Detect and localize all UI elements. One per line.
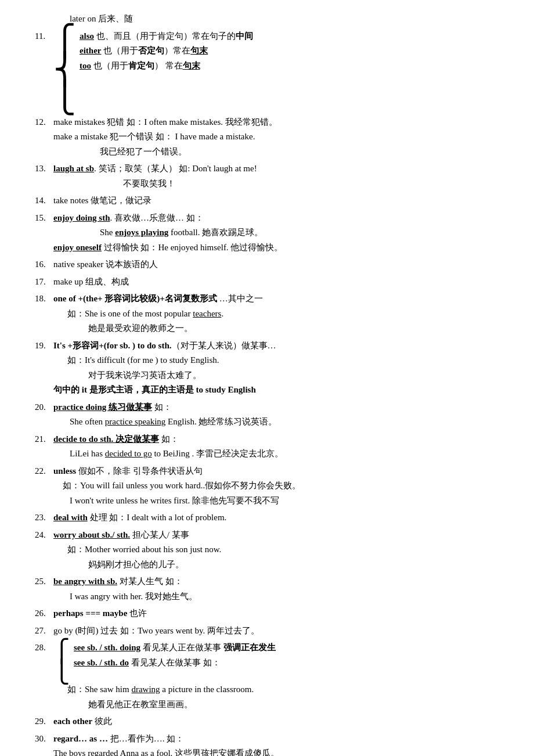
main-content: later on 后来、随 11. ⎧⎨⎩ also 也、而且（用于肯定句）常在… — [35, 12, 511, 756]
item-number: 14. — [35, 193, 53, 208]
item-number: 22. — [35, 464, 53, 479]
item-number: 17. — [35, 275, 53, 290]
list-item: 19. It's +形容词+(for sb. ) to do sth.（对于某人… — [35, 339, 511, 398]
item-content: perhaps === maybe 也许 — [53, 606, 147, 621]
list-item: 30. regard… as … 把…看作为…. 如： The boys reg… — [35, 732, 511, 756]
list-item: 27. go by (时间) 过去 如：Two years went by. 两… — [35, 624, 511, 639]
item-content: ⎧⎨⎩ also 也、而且（用于肯定句）常在句子的中间 either 也（用于否… — [53, 29, 253, 113]
item-number: 23. — [35, 510, 53, 525]
item-number: 30. — [35, 732, 53, 747]
list-item: 22. unless 假如不，除非 引导条件状语从句 如：You will fa… — [35, 464, 511, 509]
item-number: 28. — [35, 640, 53, 656]
item-content: decide to do sth. 决定做某事 如： LiLei has dec… — [53, 432, 283, 462]
item-content: be angry with sb. 对某人生气 如： I was angry w… — [53, 574, 197, 604]
list-item: 29. each other 彼此 — [35, 714, 511, 729]
brace-content: also 也、而且（用于肯定句）常在句子的中间 either 也（用于否定句）常… — [80, 29, 253, 113]
list-item: 18. one of +(the+ 形容词比较级)+名词复数形式 …其中之一 如… — [35, 291, 511, 336]
item-content: each other 彼此 — [53, 714, 112, 729]
item-number: 24. — [35, 528, 53, 543]
item-content: worry about sb./ sth. 担心某人/ 某事 如：Mother … — [53, 528, 221, 573]
list-item: 15. enjoy doing sth. 喜欢做…乐意做… 如： She enj… — [35, 211, 511, 255]
list-item: 23. deal with 处理 如：I dealt with a lot of… — [35, 510, 511, 525]
item-content: take notes 做笔记，做记录 — [53, 193, 151, 208]
list-item: 28. ⎧⎩ see sb. / sth. doing 看见某人正在做某事 强调… — [35, 640, 511, 712]
list-item: 12. make mistakes 犯错 如：I often make mist… — [35, 115, 511, 160]
item-content: deal with 处理 如：I dealt with a lot of pro… — [53, 510, 226, 525]
item-number: 25. — [35, 574, 53, 589]
item-content: go by (时间) 过去 如：Two years went by. 两年过去了… — [53, 624, 259, 639]
list-item: 13. laugh at sb. 笑话；取笑（某人） 如: Don't laug… — [35, 161, 511, 191]
brace-symbol: ⎧⎨⎩ — [53, 27, 76, 113]
item-content: one of +(the+ 形容词比较级)+名词复数形式 …其中之一 如：She… — [53, 291, 263, 336]
item-content: practice doing 练习做某事 如： She often practi… — [53, 400, 277, 430]
item-number: 20. — [35, 400, 53, 415]
list-item: 25. be angry with sb. 对某人生气 如： I was ang… — [35, 574, 511, 604]
item-number: 15. — [35, 211, 53, 226]
item-content: laugh at sb. 笑话；取笑（某人） 如: Don't laugh at… — [53, 161, 257, 191]
item-number: 19. — [35, 339, 53, 354]
item-number: 21. — [35, 432, 53, 447]
item-content: enjoy doing sth. 喜欢做…乐意做… 如： She enjoys … — [53, 211, 283, 255]
item-number: 29. — [35, 714, 53, 729]
item-content: native speaker 说本族语的人 — [53, 257, 158, 272]
item-content: make up 组成、构成 — [53, 275, 129, 290]
brace-symbol: ⎧⎩ — [53, 640, 70, 682]
item-number: 11. — [35, 29, 53, 44]
item-number: 16. — [35, 257, 53, 272]
brace-content: see sb. / sth. doing 看见某人正在做某事 强调正在发生 se… — [74, 640, 276, 682]
list-item: 11. ⎧⎨⎩ also 也、而且（用于肯定句）常在句子的中间 either 也… — [35, 29, 511, 113]
item-number: 26. — [35, 606, 53, 621]
list-item: 16. native speaker 说本族语的人 — [35, 257, 511, 272]
item-number: 13. — [35, 161, 53, 177]
item-content: make mistakes 犯错 如：I often make mistakes… — [53, 115, 277, 160]
item-content: regard… as … 把…看作为…. 如： The boys regarde… — [53, 732, 279, 756]
item-number: 27. — [35, 624, 53, 639]
item-number: 12. — [35, 115, 53, 130]
list-item: 14. take notes 做笔记，做记录 — [35, 193, 511, 208]
list-item: 21. decide to do sth. 决定做某事 如： LiLei has… — [35, 432, 511, 462]
list-item: 17. make up 组成、构成 — [35, 275, 511, 290]
top-line: later on 后来、随 — [35, 12, 511, 27]
item-content: ⎧⎩ see sb. / sth. doing 看见某人正在做某事 强调正在发生… — [53, 640, 276, 712]
item-content: unless 假如不，除非 引导条件状语从句 如：You will fail u… — [53, 464, 301, 509]
item-number: 18. — [35, 291, 53, 307]
list-item: 20. practice doing 练习做某事 如： She often pr… — [35, 400, 511, 430]
item-content: It's +形容词+(for sb. ) to do sth.（对于某人来说）做… — [53, 339, 276, 398]
list-item: 24. worry about sb./ sth. 担心某人/ 某事 如：Mot… — [35, 528, 511, 573]
list-item: 26. perhaps === maybe 也许 — [35, 606, 511, 621]
